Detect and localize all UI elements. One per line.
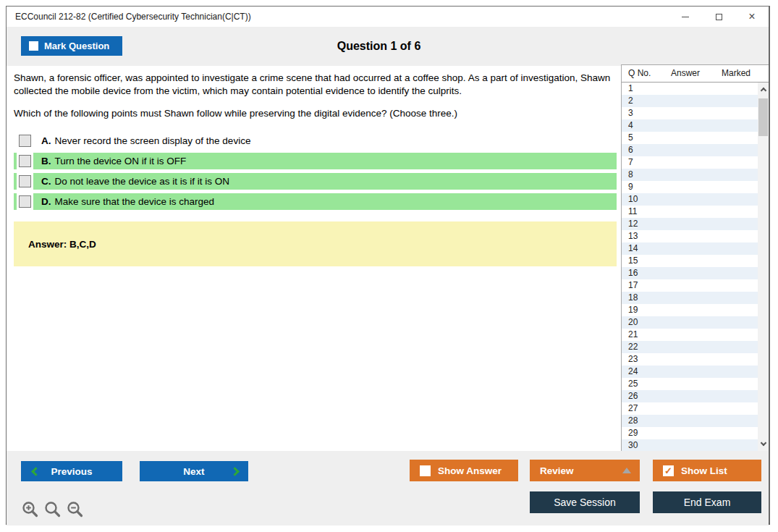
zoom-in-icon[interactable] bbox=[21, 500, 40, 519]
option-checkbox[interactable] bbox=[19, 135, 31, 147]
option-text: Never record the screen display of the d… bbox=[55, 135, 251, 146]
save-session-label: Save Session bbox=[554, 497, 616, 508]
question-list-panel: Q No. Answer Marked 1 2 3 4 5 6 7 8 9 10… bbox=[621, 64, 769, 451]
show-answer-checkbox bbox=[420, 465, 431, 476]
question-list-row[interactable]: 24 bbox=[622, 366, 758, 378]
chevron-left-icon bbox=[31, 467, 41, 476]
minimize-icon bbox=[682, 17, 689, 17]
chevron-up-icon bbox=[760, 88, 766, 93]
option-checkbox[interactable] bbox=[19, 155, 31, 167]
footer-bar: Previous Next Show Answer Review ✓ Show … bbox=[7, 451, 769, 525]
scrollbar-thumb[interactable] bbox=[758, 98, 768, 136]
scroll-up-button[interactable] bbox=[758, 84, 769, 95]
option-checkbox[interactable] bbox=[19, 195, 31, 208]
maximize-button[interactable] bbox=[702, 7, 735, 27]
end-exam-button[interactable]: End Exam bbox=[653, 491, 761, 513]
question-list-row[interactable]: 3 bbox=[622, 107, 758, 119]
question-list-row[interactable]: 7 bbox=[622, 156, 758, 169]
answer-box: Answer: B,C,D bbox=[14, 221, 617, 266]
show-list-label: Show List bbox=[681, 465, 727, 476]
question-list-row[interactable]: 9 bbox=[622, 181, 758, 193]
answer-option[interactable]: C. Do not leave the device as it is if i… bbox=[14, 173, 617, 190]
question-list-row[interactable]: 30 bbox=[622, 439, 758, 451]
show-list-button[interactable]: ✓ Show List bbox=[653, 460, 761, 481]
close-icon: × bbox=[748, 11, 755, 22]
question-list-row[interactable]: 14 bbox=[622, 242, 758, 255]
mark-question-checkbox bbox=[29, 41, 38, 51]
mark-question-button[interactable]: Mark Question bbox=[21, 36, 122, 56]
question-list-row[interactable]: 13 bbox=[622, 230, 758, 242]
question-list-row[interactable]: 15 bbox=[622, 255, 758, 267]
answer-option[interactable]: B. Turn the device ON if it is OFF bbox=[14, 153, 617, 169]
zoom-out-icon[interactable] bbox=[66, 500, 85, 519]
question-list-row[interactable]: 12 bbox=[622, 218, 758, 230]
show-answer-label: Show Answer bbox=[438, 465, 502, 476]
option-letter: B. bbox=[41, 156, 51, 166]
next-button[interactable]: Next bbox=[140, 461, 248, 481]
column-header-marked: Marked bbox=[722, 65, 750, 82]
triangle-up-icon bbox=[622, 468, 631, 473]
question-list-row[interactable]: 18 bbox=[622, 292, 758, 304]
question-list-row[interactable]: 16 bbox=[622, 267, 758, 279]
question-list-row[interactable]: 11 bbox=[622, 206, 758, 218]
option-letter: D. bbox=[41, 196, 51, 207]
question-list-row[interactable]: 25 bbox=[622, 378, 758, 390]
options-list: A. Never record the screen display of th… bbox=[14, 132, 617, 210]
review-label: Review bbox=[540, 465, 574, 476]
question-list-row[interactable]: 5 bbox=[622, 132, 758, 144]
next-label: Next bbox=[183, 466, 204, 477]
question-list-row[interactable]: 28 bbox=[622, 415, 758, 427]
option-checkbox[interactable] bbox=[19, 175, 31, 187]
question-list-row[interactable]: 17 bbox=[622, 279, 758, 292]
question-panel: Shawn, a forensic officer, was appointed… bbox=[7, 66, 621, 451]
chevron-right-icon bbox=[230, 467, 240, 476]
answer-option[interactable]: A. Never record the screen display of th… bbox=[14, 132, 617, 149]
question-list-row[interactable]: 8 bbox=[622, 169, 758, 181]
question-list-row[interactable]: 10 bbox=[622, 193, 758, 206]
window-title: ECCouncil 212-82 (Certified Cybersecurit… bbox=[15, 7, 251, 27]
question-list-row[interactable]: 20 bbox=[622, 316, 758, 329]
question-paragraph-2: Which of the following points must Shawn… bbox=[14, 107, 617, 120]
column-header-answer: Answer bbox=[671, 65, 700, 82]
option-text: Do not leave the device as it is if it i… bbox=[55, 176, 230, 187]
option-letter: C. bbox=[41, 176, 51, 187]
previous-button[interactable]: Previous bbox=[21, 461, 122, 481]
question-list-row[interactable]: 29 bbox=[622, 427, 758, 439]
question-list-row[interactable]: 21 bbox=[622, 329, 758, 341]
question-list-rows: 1 2 3 4 5 6 7 8 9 10 11 12 13 14 15 16 1… bbox=[622, 83, 758, 451]
save-session-button[interactable]: Save Session bbox=[530, 491, 640, 513]
top-bar: Question 1 of 6 Mark Question bbox=[7, 27, 769, 66]
review-button[interactable]: Review bbox=[530, 460, 640, 481]
question-list-row[interactable]: 19 bbox=[622, 304, 758, 316]
show-answer-button[interactable]: Show Answer bbox=[410, 460, 518, 481]
check-icon: ✓ bbox=[664, 466, 672, 476]
zoom-toolbar bbox=[21, 500, 85, 519]
previous-label: Previous bbox=[51, 466, 92, 477]
option-text: Turn the device ON if it is OFF bbox=[55, 156, 187, 166]
question-list-row[interactable]: 22 bbox=[622, 341, 758, 353]
question-list-row[interactable]: 23 bbox=[622, 353, 758, 366]
mark-question-label: Mark Question bbox=[44, 41, 109, 51]
question-list-row[interactable]: 6 bbox=[622, 144, 758, 156]
question-list-header: Q No. Answer Marked bbox=[622, 65, 769, 83]
scroll-down-button[interactable] bbox=[758, 439, 769, 449]
answer-text: Answer: B,C,D bbox=[28, 239, 96, 250]
question-list-row[interactable]: 1 bbox=[622, 83, 758, 95]
close-button[interactable]: × bbox=[735, 7, 769, 27]
question-list-row[interactable]: 27 bbox=[622, 402, 758, 415]
answer-option[interactable]: D. Make sure that the device is charged bbox=[14, 193, 617, 210]
chevron-down-icon bbox=[760, 440, 766, 446]
maximize-icon bbox=[716, 14, 722, 20]
zoom-reset-icon[interactable] bbox=[43, 500, 62, 519]
window-controls: × bbox=[669, 7, 769, 27]
option-letter: A. bbox=[41, 135, 51, 146]
option-text: Make sure that the device is charged bbox=[55, 196, 215, 207]
minimize-button[interactable] bbox=[669, 7, 702, 27]
window-titlebar: ECCouncil 212-82 (Certified Cybersecurit… bbox=[7, 7, 769, 27]
exam-window: ECCouncil 212-82 (Certified Cybersecurit… bbox=[6, 6, 770, 525]
question-list-row[interactable]: 26 bbox=[622, 390, 758, 402]
question-list-scrollbar[interactable] bbox=[758, 83, 769, 451]
show-list-checkbox: ✓ bbox=[663, 465, 674, 476]
question-list-row[interactable]: 4 bbox=[622, 119, 758, 132]
question-list-row[interactable]: 2 bbox=[622, 95, 758, 107]
